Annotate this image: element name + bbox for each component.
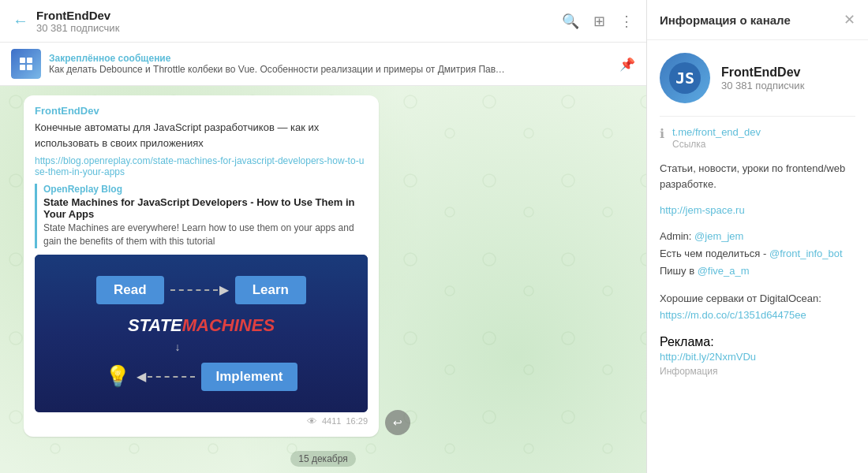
pinned-text: Как делать Debounce и Throttle колбеки в… xyxy=(49,64,507,75)
link-body: t.me/front_end_dev Ссылка xyxy=(672,125,855,150)
state-machines-visual: Read ▶ Learn STATEMACHINES ↓ xyxy=(35,255,368,412)
info-circle-icon: ℹ xyxy=(660,126,664,141)
preview-desc: State Machines are everywhere! Learn how… xyxy=(43,222,368,248)
share-text: Есть чем поделиться - xyxy=(660,248,769,259)
extra-link-row: http://jem-space.ru xyxy=(660,203,855,217)
svg-rect-3 xyxy=(27,65,32,70)
good-servers-block: Хорошие серваки от DigitalOcean: https:/… xyxy=(660,291,855,324)
sm-machines-text: MACHINES xyxy=(182,315,275,335)
extra-link-body: http://jem-space.ru xyxy=(660,203,855,217)
channel-avatar: JS xyxy=(660,53,710,103)
channel-name-label: FrontEndDev xyxy=(721,65,804,80)
admin-link[interactable]: @jem_jem xyxy=(694,230,743,242)
date-divider: 15 декабря xyxy=(24,451,623,465)
ad-row: Реклама: http://bit.ly/2NxmVDu Информаци… xyxy=(660,335,855,378)
pinned-thumb xyxy=(11,49,41,79)
message-sender: FrontEndDev xyxy=(35,105,368,117)
ad-link[interactable]: http://bit.ly/2NxmVDu xyxy=(660,351,756,363)
sm-read-button: Read xyxy=(96,276,164,304)
pinned-label: Закреплённое сообщение xyxy=(49,53,612,64)
good-servers-body: Хорошие серваки от DigitalOcean: https:/… xyxy=(660,291,855,324)
sm-learn-button: Learn xyxy=(235,276,306,304)
message-meta: 👁 4411 16:29 xyxy=(35,415,368,427)
channel-sub-count: 30 381 подписчик xyxy=(721,80,804,91)
subscriber-count-header: 30 381 подписчик xyxy=(36,22,562,34)
channel-link[interactable]: t.me/front_end_dev xyxy=(672,126,761,138)
back-button[interactable]: ← xyxy=(13,12,28,30)
info-panel-header: Информация о канале ✕ xyxy=(647,0,868,40)
admin-block: Admin: @jem_jem Есть чем поделиться - @f… xyxy=(660,228,855,280)
eye-icon: 👁 xyxy=(307,415,317,427)
pin-icon: 📌 xyxy=(619,57,635,72)
divider-1 xyxy=(660,116,855,117)
sm-arrow-left-icon: ◀ xyxy=(137,369,146,384)
link-row: ℹ t.me/front_end_dev Ссылка xyxy=(660,125,855,150)
write-link[interactable]: @five_a_m xyxy=(698,265,750,277)
channel-info-panel: Информация о канале ✕ JS FrontEndDev 30 … xyxy=(647,0,868,473)
columns-icon[interactable]: ⊞ xyxy=(593,13,605,30)
channel-name-header: FrontEndDev xyxy=(36,9,562,22)
write-text: Пишу в xyxy=(660,265,698,277)
ad-body: Реклама: http://bit.ly/2NxmVDu Информаци… xyxy=(660,335,855,378)
pinned-thumbnail xyxy=(11,49,41,79)
sm-row-1: Read ▶ Learn xyxy=(96,276,306,304)
sm-state-text: STATE xyxy=(128,315,182,335)
svg-rect-1 xyxy=(27,58,32,63)
sm-implement-button: Implement xyxy=(201,363,297,391)
message-link[interactable]: https://blog.openreplay.com/state-machin… xyxy=(35,155,368,177)
admin-row: Admin: @jem_jem Есть чем поделиться - @f… xyxy=(660,228,855,280)
info-panel-content: JS FrontEndDev 30 381 подписчик ℹ t.me/f… xyxy=(647,40,868,473)
search-icon[interactable]: 🔍 xyxy=(562,13,579,30)
state-machines-image: Read ▶ Learn STATEMACHINES ↓ xyxy=(35,255,368,412)
channel-profile: JS FrontEndDev 30 381 подписчик xyxy=(660,53,855,103)
message-time: 16:29 xyxy=(346,416,368,426)
link-label: Ссылка xyxy=(672,139,855,150)
extra-link[interactable]: http://jem-space.ru xyxy=(660,204,745,216)
admin-label: Admin: xyxy=(660,230,691,242)
close-button[interactable]: ✕ xyxy=(844,11,855,28)
preview-source: OpenReplay Blog xyxy=(43,184,368,195)
message-bubble: FrontEndDev Конечные автоматы для JavaSc… xyxy=(24,95,379,437)
svg-rect-0 xyxy=(20,58,25,63)
good-label: Хорошие серваки от DigitalOcean: xyxy=(660,292,821,304)
good-servers-row: Хорошие серваки от DigitalOcean: https:/… xyxy=(660,291,855,324)
desc-body: Статьи, новости, уроки по frontend/web р… xyxy=(660,161,855,192)
date-label: 15 декабря xyxy=(290,451,355,467)
svg-text:JS: JS xyxy=(675,69,694,88)
sm-arrow-right-1: ▶ xyxy=(219,282,229,297)
channel-info: FrontEndDev 30 381 подписчик xyxy=(36,9,562,34)
more-icon[interactable]: ⋮ xyxy=(619,13,634,30)
sm-title: STATEMACHINES xyxy=(128,315,275,336)
sm-dotted-line-1 xyxy=(170,289,218,291)
chat-area: FrontEndDev Конечные автоматы для JavaSc… xyxy=(0,86,646,473)
ad-block: Реклама: http://bit.ly/2NxmVDu Информаци… xyxy=(660,335,855,378)
svg-rect-2 xyxy=(20,65,25,70)
channel-name-info: FrontEndDev 30 381 подписчик xyxy=(721,65,804,91)
chat-header: ← FrontEndDev 30 381 подписчик 🔍 ⊞ ⋮ xyxy=(0,0,646,43)
info-panel-title: Информация о канале xyxy=(660,13,791,27)
pinned-message-bar[interactable]: Закреплённое сообщение Как делать Deboun… xyxy=(0,43,646,86)
header-actions: 🔍 ⊞ ⋮ xyxy=(562,13,634,30)
ad-label: Реклама: xyxy=(660,335,714,348)
preview-title: State Machines for JavaScript Developers… xyxy=(43,196,368,220)
desc-row: Статьи, новости, уроки по frontend/web р… xyxy=(660,161,855,192)
sm-arrow-down: ↓ xyxy=(175,341,181,353)
sm-bulb-icon: 💡 xyxy=(105,364,130,389)
share-link[interactable]: @front_info_bot xyxy=(769,248,843,259)
message-text: Конечные автоматы для JavaScript разрабо… xyxy=(35,120,368,151)
sm-dotted-line-2 xyxy=(148,376,195,378)
preview-card: OpenReplay Blog State Machines for JavaS… xyxy=(35,184,368,248)
admin-body: Admin: @jem_jem Есть чем поделиться - @f… xyxy=(660,228,855,280)
forward-button[interactable]: ↩ xyxy=(385,410,410,435)
ad-type: Информация xyxy=(660,366,717,377)
good-link[interactable]: https://m.do.co/c/1351d64475ee xyxy=(660,309,806,321)
sm-row-3: 💡 ◀ Implement xyxy=(105,363,297,391)
message-views: 4411 xyxy=(322,416,341,426)
channel-description: Статьи, новости, уроки по frontend/web р… xyxy=(660,161,855,192)
chat-panel: ← FrontEndDev 30 381 подписчик 🔍 ⊞ ⋮ Зак… xyxy=(0,0,647,473)
pinned-content: Закреплённое сообщение Как делать Deboun… xyxy=(49,53,612,75)
